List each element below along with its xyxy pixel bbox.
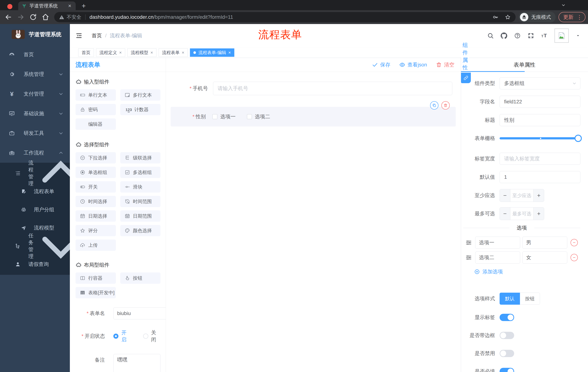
help-icon[interactable] — [514, 32, 521, 39]
palette-item-dropdown[interactable]: 下拉选择 — [75, 152, 116, 163]
stepper-minus-button[interactable]: − — [500, 207, 510, 220]
palette-item-date-picker[interactable]: 日期选择 — [75, 210, 116, 222]
sidebar-item-payment[interactable]: ¥ 支付管理 — [0, 84, 70, 104]
title-input[interactable] — [500, 114, 580, 126]
breadcrumb-home[interactable]: 首页 — [92, 32, 102, 39]
checkbox-option-2[interactable] — [247, 114, 252, 119]
checkbox-option-1[interactable] — [212, 114, 217, 119]
checkbox-option-2-label[interactable]: 选项二 — [255, 113, 270, 120]
reload-icon[interactable] — [29, 13, 37, 21]
tab-overflow-chevron-icon[interactable] — [561, 3, 566, 7]
widget-copy-button[interactable] — [430, 101, 439, 110]
form-name-input[interactable] — [113, 307, 166, 319]
option-1-value-input[interactable] — [522, 237, 567, 249]
view-json-button[interactable]: 查看json — [399, 61, 427, 68]
avatar-broken-image[interactable] — [555, 29, 569, 43]
tag-close-icon[interactable]: × — [150, 50, 153, 55]
palette-item-row-container[interactable]: 行容器 — [75, 272, 116, 284]
password-key-icon[interactable] — [492, 14, 498, 20]
palette-item-password[interactable]: 密码 — [75, 104, 116, 115]
palette-item-table[interactable]: 表格[开发中] — [75, 287, 116, 298]
browser-menu-dots-icon[interactable]: ⋮ — [577, 14, 582, 20]
tab-component-props[interactable]: 组件属性 — [461, 52, 469, 61]
remove-option-button[interactable] — [570, 239, 578, 246]
selected-widget-gender[interactable]: *性别 选项一 选项二 — [171, 107, 456, 127]
phone-input[interactable] — [213, 82, 452, 95]
new-tab-button[interactable]: + — [79, 1, 88, 10]
sidebar-item-user-group[interactable]: 用户分组 — [0, 201, 70, 219]
font-size-icon[interactable]: TT — [541, 32, 548, 39]
disabled-toggle[interactable] — [500, 350, 514, 357]
sidebar-item-process-mgmt[interactable]: 流程管理 — [0, 164, 70, 182]
tag-process-model[interactable]: 流程模型× — [127, 48, 157, 57]
form-remark-textarea[interactable]: 嘿嘿 — [113, 354, 160, 372]
address-bar[interactable]: 不安全 dashboard.yudao.iocoder.cn/bpm/manag… — [54, 12, 515, 22]
palette-item-cascader[interactable]: 级联选择 — [120, 152, 161, 163]
option-1-label-input[interactable] — [475, 237, 520, 249]
bookmark-star-icon[interactable] — [505, 14, 511, 20]
tag-home[interactable]: 首页 — [78, 48, 94, 57]
radio-on[interactable] — [113, 334, 118, 339]
required-toggle[interactable] — [500, 368, 514, 372]
max-select-input[interactable] — [510, 207, 533, 220]
palette-item-switch[interactable]: 开关 — [75, 181, 116, 192]
slider-track[interactable] — [500, 137, 579, 139]
back-icon[interactable] — [4, 13, 12, 21]
chrome-update-button[interactable]: 更新 ⋮ — [558, 12, 586, 22]
add-option-button[interactable]: 添加选项 — [474, 268, 580, 275]
show-label-toggle[interactable] — [500, 314, 514, 321]
fullscreen-icon[interactable] — [528, 32, 534, 39]
grid-slider[interactable] — [500, 134, 580, 143]
palette-item-radio-group[interactable]: 单选框组 — [75, 167, 116, 178]
palette-item-multi-text[interactable]: 多行文本 — [120, 89, 161, 101]
palette-item-date-range[interactable]: 日期范围 — [120, 210, 161, 222]
checkbox-option-1-label[interactable]: 选项一 — [220, 113, 236, 120]
forward-icon[interactable] — [17, 13, 25, 21]
drawer-link-handle[interactable] — [461, 73, 471, 83]
tag-close-icon[interactable]: × — [182, 50, 184, 55]
sidebar-item-system[interactable]: 系统管理 — [0, 64, 70, 84]
border-toggle[interactable] — [500, 332, 514, 339]
palette-item-time-picker[interactable]: 时间选择 — [75, 196, 116, 207]
component-type-select[interactable] — [500, 77, 580, 89]
palette-item-button[interactable]: 按钮 — [120, 272, 161, 284]
sidebar-item-task-mgmt[interactable]: 任务管理 — [0, 237, 70, 255]
palette-item-rate[interactable]: 评分 — [75, 225, 116, 236]
min-select-input[interactable] — [510, 189, 533, 202]
search-icon[interactable] — [487, 32, 494, 39]
label-width-input[interactable] — [500, 153, 580, 165]
clear-button[interactable]: 清空 — [436, 61, 454, 68]
window-close-button[interactable] — [7, 4, 12, 9]
tag-process-form-edit[interactable]: 流程表单-编辑× — [190, 48, 234, 57]
sidebar-item-devtools[interactable]: 研发工具 — [0, 123, 70, 143]
slider-handle[interactable] — [575, 135, 582, 142]
tag-process-form[interactable]: 流程表单× — [159, 48, 188, 57]
palette-item-upload[interactable]: 上传 — [75, 240, 116, 251]
palette-item-checkbox-group[interactable]: 多选框组 — [120, 167, 161, 178]
stepper-minus-button[interactable]: − — [500, 189, 510, 202]
palette-item-single-text[interactable]: 单行文本 — [75, 89, 116, 101]
palette-item-slider[interactable]: 滑块 — [120, 181, 161, 192]
default-value-input[interactable] — [500, 171, 580, 183]
sidebar-item-infra[interactable]: 基础设施 — [0, 104, 70, 123]
tag-close-icon[interactable]: × — [119, 50, 122, 55]
field-name-input[interactable] — [500, 96, 580, 108]
radio-off-label[interactable]: 关闭 — [151, 329, 161, 343]
palette-item-counter[interactable]: 123计数器 — [120, 104, 161, 115]
save-button[interactable]: 保存 — [372, 61, 390, 68]
home-icon[interactable] — [42, 13, 50, 21]
palette-item-editor[interactable]: 编辑器 — [75, 118, 116, 130]
radio-on-label[interactable]: 开启 — [121, 329, 131, 343]
tag-close-icon[interactable]: × — [228, 50, 231, 55]
drag-handle-icon[interactable] — [465, 239, 472, 246]
tag-process-definition[interactable]: 流程定义× — [96, 48, 125, 57]
palette-item-color-picker[interactable]: 颜色选择 — [120, 225, 161, 236]
option-2-value-input[interactable] — [522, 252, 567, 264]
tab-close-icon[interactable]: × — [67, 3, 73, 9]
palette-item-time-range[interactable]: 时间范围 — [120, 196, 161, 207]
sidebar-item-home[interactable]: 首页 — [0, 45, 70, 64]
stepper-plus-button[interactable]: + — [533, 207, 544, 220]
browser-tab[interactable]: 芋道管理系统 × — [18, 1, 76, 10]
tab-form-props[interactable]: 表单属性 — [461, 58, 588, 72]
sidebar-collapse-icon[interactable] — [76, 32, 82, 39]
